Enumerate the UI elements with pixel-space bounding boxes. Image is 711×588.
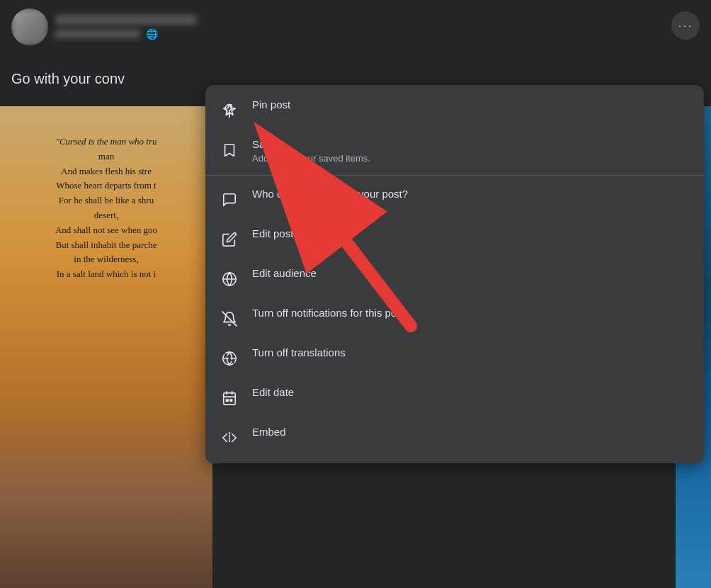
menu-item-embed[interactable]: Embed <box>205 418 704 458</box>
globe-icon: 🌐 <box>146 28 158 40</box>
menu-item-embed-content: Embed <box>252 425 286 439</box>
ellipsis-icon: ··· <box>678 18 693 33</box>
menu-divider-1 <box>205 175 704 176</box>
menu-item-turn-off-translations-label: Turn off translations <box>252 346 346 360</box>
menu-item-save-post-sublabel: Add this to your saved items. <box>252 153 370 164</box>
menu-item-save-post-content: Save p Add this to your saved items. <box>252 137 370 164</box>
pin-icon <box>217 98 242 123</box>
menu-item-edit-date[interactable]: Edit date <box>205 378 704 418</box>
menu-item-edit-date-content: Edit date <box>252 385 294 400</box>
menu-item-turn-off-translations[interactable]: Turn off translations <box>205 339 704 378</box>
menu-item-who-can-comment-label: Who can comment on your post? <box>252 187 408 201</box>
svg-rect-5 <box>224 392 236 405</box>
translation-icon <box>217 346 242 371</box>
menu-item-edit-audience[interactable]: Edit audience <box>205 259 704 299</box>
menu-item-edit-date-label: Edit date <box>252 385 294 400</box>
edit-icon <box>217 227 242 252</box>
menu-item-save-post[interactable]: Save p Add this to your saved items. <box>205 130 704 171</box>
menu-item-who-can-comment-content: Who can comment on your post? <box>252 187 408 201</box>
menu-item-pin-post[interactable]: Pin post <box>205 91 704 130</box>
menu-item-who-can-comment[interactable]: Who can comment on your post? <box>205 180 704 220</box>
menu-item-turn-off-notifications-label: Turn off notifications for this post <box>252 306 405 320</box>
calendar-icon <box>217 385 242 411</box>
menu-item-edit-post-content: Edit post <box>252 227 293 241</box>
svg-rect-10 <box>230 399 232 401</box>
menu-item-pin-post-label: Pin post <box>252 98 290 112</box>
menu-item-turn-off-notifications[interactable]: Turn off notifications for this post <box>205 299 704 339</box>
post-header: 🌐 <box>0 0 711 54</box>
menu-item-edit-post[interactable]: Edit post <box>205 220 704 259</box>
embed-icon <box>217 425 242 451</box>
audience-icon <box>217 266 242 292</box>
more-options-button[interactable]: ··· <box>671 11 700 40</box>
menu-item-save-post-label: Save p <box>252 137 370 152</box>
menu-item-pin-post-content: Pin post <box>252 98 290 112</box>
notification-off-icon <box>217 306 242 332</box>
menu-item-edit-audience-label: Edit audience <box>252 266 317 281</box>
menu-item-edit-post-label: Edit post <box>252 227 293 241</box>
post-image-left: "Cursed is the man who tru man And makes… <box>0 106 212 588</box>
svg-line-2 <box>222 311 237 325</box>
user-name <box>55 15 197 25</box>
post-image-quote: "Cursed is the man who tru man And makes… <box>14 135 198 282</box>
menu-item-edit-audience-content: Edit audience <box>252 266 317 281</box>
user-info: 🌐 <box>55 15 700 40</box>
avatar <box>11 9 48 45</box>
menu-item-embed-label: Embed <box>252 425 286 439</box>
bookmark-icon <box>217 137 242 163</box>
post-meta-text <box>55 30 140 38</box>
comment-icon <box>217 187 242 213</box>
menu-item-turn-off-notifications-content: Turn off notifications for this post <box>252 306 405 320</box>
context-menu: Pin post Save p Add this to your saved i… <box>205 85 704 463</box>
post-text: Go with your conv <box>11 71 125 87</box>
svg-rect-9 <box>226 399 228 401</box>
menu-item-turn-off-translations-content: Turn off translations <box>252 346 346 360</box>
